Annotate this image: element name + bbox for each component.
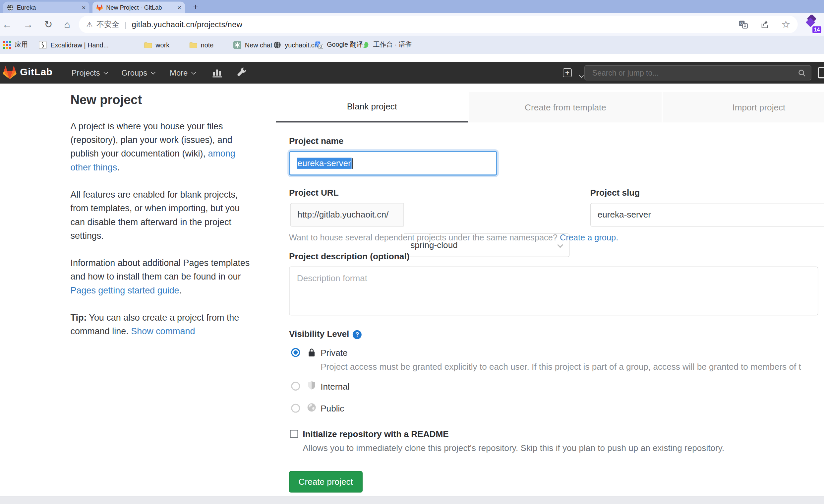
forward-icon[interactable]: →: [23, 13, 33, 36]
bookmark-folder-work[interactable]: work: [144, 36, 169, 54]
hint-text: Want to house several dependent projects…: [289, 233, 560, 242]
back-icon[interactable]: ←: [2, 13, 12, 36]
selected-text: eureka-server: [297, 158, 352, 169]
new-project-form: Blank project Create from template Impor…: [276, 92, 824, 496]
svg-text:G: G: [319, 45, 322, 48]
nav-menu-projects[interactable]: Projects: [72, 62, 107, 84]
globe-gray-icon: [307, 403, 317, 412]
project-slug-label: Project slug: [590, 188, 640, 198]
bookmark-apps[interactable]: 应用: [3, 36, 28, 54]
visibility-public-radio[interactable]: [291, 404, 300, 413]
google-translate-icon: 文G: [315, 41, 323, 49]
readme-checkbox[interactable]: [290, 430, 298, 438]
bookmarks-bar: 应用 Excalidraw | Hand... work note New ch…: [0, 36, 824, 54]
yuque-bird-icon: [362, 41, 370, 49]
radio-icon[interactable]: [291, 404, 300, 413]
admin-wrench-icon[interactable]: [236, 67, 247, 78]
paragraph-text: .: [117, 163, 120, 173]
browser-toolbar: ← → ↻ ⌂ ⚠ 不安全 | gitlab.yuchaoit.cn/proje…: [0, 13, 824, 36]
bookmark-folder-note[interactable]: note: [189, 36, 213, 54]
browser-tab-eureka[interactable]: Eureka ×: [3, 2, 90, 13]
search-icon[interactable]: [798, 69, 806, 77]
new-item-plus-button[interactable]: +: [563, 68, 572, 77]
create-project-button[interactable]: Create project: [289, 471, 362, 493]
extension-avatar[interactable]: 14: [804, 15, 822, 33]
bookmark-label: work: [156, 41, 169, 48]
global-search: [584, 65, 811, 81]
bookmark-label: 应用: [15, 40, 28, 49]
shield-icon: [307, 381, 317, 390]
visibility-private-name: Private: [320, 348, 347, 358]
tab-blank-project[interactable]: Blank project: [276, 92, 468, 122]
bookmark-yuque[interactable]: 工作台 · 语雀: [362, 36, 412, 54]
text-caret: [352, 158, 353, 169]
sidebar-paragraph: All features are enabled for blank proje…: [70, 188, 254, 243]
bookmark-label: 工作台 · 语雀: [373, 40, 412, 49]
visibility-private-desc: Project access must be granted explicitl…: [320, 362, 801, 372]
show-command-link[interactable]: Show command: [131, 327, 195, 336]
namespace-hint: Want to house several dependent projects…: [289, 233, 618, 242]
radio-selected-icon[interactable]: [291, 348, 300, 357]
eureka-favicon-globe-icon: [7, 4, 14, 11]
folder-icon: [144, 41, 152, 49]
share-icon[interactable]: [760, 19, 770, 29]
create-group-link[interactable]: Create a group.: [560, 233, 618, 242]
gitlab-brand[interactable]: GitLab: [20, 66, 53, 78]
nav-menu-groups[interactable]: Groups: [121, 62, 154, 84]
bookmark-newchat[interactable]: New chat: [233, 36, 272, 54]
chevron-down-icon: [192, 70, 196, 74]
bookmark-label: Excalidraw | Hand...: [50, 41, 109, 48]
address-bar[interactable]: ⚠ 不安全 | gitlab.yuchaoit.cn/projects/new …: [79, 16, 798, 33]
nav-menu-label: Projects: [72, 68, 100, 77]
visibility-level-label: Visibility Level?: [289, 329, 362, 339]
apps-grid-icon: [3, 41, 11, 49]
browser-tab-strip: Eureka × New Project · GitLab × +: [0, 0, 824, 13]
url-text[interactable]: gitlab.yuchaoit.cn/projects/new: [131, 20, 242, 29]
tip-label: Tip:: [70, 313, 87, 323]
security-warning-icon[interactable]: ⚠: [86, 20, 93, 28]
bookmark-label: New chat: [245, 41, 273, 48]
help-icon[interactable]: ?: [353, 330, 362, 339]
project-slug-input[interactable]: eureka-server: [590, 203, 824, 226]
gitlab-logo-icon[interactable]: [3, 66, 17, 80]
activity-chart-icon[interactable]: [212, 67, 223, 78]
project-description-input[interactable]: [289, 267, 818, 315]
url-divider: |: [125, 20, 127, 28]
tab-create-from-template[interactable]: Create from template: [469, 92, 661, 122]
chevron-down-icon[interactable]: [579, 73, 583, 78]
sidebar-paragraph: A project is where you house your files …: [70, 120, 254, 175]
page-top-gap: [0, 54, 824, 62]
nav-menu-label: Groups: [121, 68, 147, 77]
visibility-public-name: Public: [320, 404, 344, 414]
screenshot-stage: Eureka × New Project · GitLab × + ← → ↻ …: [0, 0, 824, 504]
new-tab-button[interactable]: +: [190, 2, 201, 13]
globe-icon: [273, 41, 281, 49]
tab-close-icon[interactable]: ×: [177, 3, 181, 11]
bookmark-google-translate[interactable]: 文G Google 翻译: [315, 36, 363, 54]
home-icon[interactable]: ⌂: [64, 13, 70, 36]
gitlab-favicon-icon: [96, 4, 103, 11]
excalidraw-icon: [39, 41, 47, 49]
tab-import-project[interactable]: Import project: [662, 92, 824, 122]
security-label: 不安全: [96, 19, 119, 29]
translate-icon[interactable]: G: [738, 19, 748, 29]
browser-tab-gitlab[interactable]: New Project · GitLab ×: [93, 2, 185, 13]
visibility-internal-radio[interactable]: [291, 382, 300, 391]
radio-icon[interactable]: [291, 382, 300, 391]
tab-title: New Project · GitLab: [106, 4, 175, 11]
pages-guide-link[interactable]: Pages getting started guide: [70, 286, 179, 295]
visibility-private-radio[interactable]: [291, 348, 300, 357]
nav-menu-more[interactable]: More: [170, 62, 195, 84]
tab-close-icon[interactable]: ×: [82, 3, 86, 11]
sidebar-paragraph: Information about additional Pages templ…: [70, 257, 254, 298]
navbar-partial-icon[interactable]: [818, 67, 824, 78]
reload-icon[interactable]: ↻: [44, 13, 53, 36]
bookmark-star-icon[interactable]: ☆: [782, 18, 791, 30]
project-name-input[interactable]: eureka-server: [289, 151, 497, 176]
search-input[interactable]: [585, 66, 811, 80]
nav-menu-label: More: [170, 68, 188, 77]
bookmark-label: note: [201, 41, 214, 48]
page-content: New project A project is where you house…: [0, 84, 824, 496]
bookmark-excalidraw[interactable]: Excalidraw | Hand...: [39, 36, 109, 54]
bookmark-yuchaoit[interactable]: yuchaoit.cn: [273, 36, 318, 54]
